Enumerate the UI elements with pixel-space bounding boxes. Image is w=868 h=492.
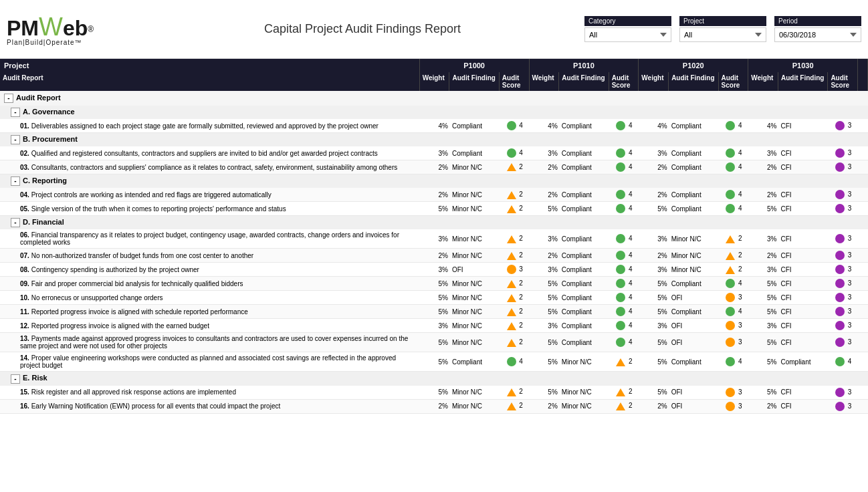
logo-eb: eb (63, 16, 88, 40)
p0-finding: Minor N/C (449, 305, 499, 319)
scroll-spacer (858, 277, 868, 291)
minor-nc-icon (507, 294, 516, 302)
p2-weight: 3% (639, 319, 669, 333)
minor-nc-icon (507, 163, 516, 171)
p3-weight: 3% (748, 229, 778, 249)
period-label: Period (774, 16, 861, 26)
compliant-icon (726, 357, 735, 366)
p1-weight: 5% (529, 202, 559, 216)
item-description: 05. Single version of the truth when it … (0, 202, 419, 216)
item-description: 09. Fair and proper commercial bid analy… (0, 277, 419, 291)
scroll-spacer (858, 188, 868, 202)
p3-finding: CFI (778, 263, 827, 277)
p2-weight: 2% (639, 188, 669, 202)
p2-finding: Compliant (669, 119, 718, 133)
p1-weight: 3% (529, 319, 559, 333)
compliant-icon (616, 204, 625, 213)
category-expand[interactable]: - (11, 176, 20, 186)
minor-nc-icon (507, 308, 516, 316)
p2-score: 3 (718, 386, 748, 400)
p1-weight: 2% (529, 399, 559, 413)
p3-score: 3 (828, 291, 858, 305)
logo-registered: ® (88, 25, 94, 34)
table-row: 14. Proper value engineering workshops w… (0, 352, 868, 372)
p0-finding: Minor N/C (449, 277, 499, 291)
p2-finding: OFI (669, 333, 718, 352)
p1-weight: 4% (529, 119, 559, 133)
p1-finding: Minor N/C (559, 386, 609, 400)
p3-finding: CFI (778, 319, 827, 333)
scrollbar-spacer (858, 59, 868, 72)
p0-weight: 5% (419, 386, 449, 400)
p0-score: 4 (499, 352, 529, 372)
category-filter: Category All (584, 16, 671, 42)
item-description: 12. Reported progress invoice is aligned… (0, 319, 419, 333)
p3-score: 4 (828, 352, 858, 372)
p0-finding: Minor N/C (449, 399, 499, 413)
p3-finding: CFI (778, 305, 827, 319)
category-label: -B. Procurement (0, 133, 868, 147)
category-label: -A. Governance (0, 106, 868, 119)
p2-score: 3 (718, 291, 748, 305)
p1-finding: Compliant (559, 146, 609, 160)
p0-weight: 5% (419, 305, 449, 319)
category-expand[interactable]: - (11, 218, 20, 227)
scroll-spacer (858, 146, 868, 160)
p2-finding: Minor N/C (669, 249, 718, 263)
p2-finding: OFI (669, 291, 718, 305)
p0-finding: Compliant (449, 146, 499, 160)
category-row: -D. Financial (0, 216, 868, 230)
category-expand[interactable]: - (11, 135, 20, 144)
table-row: 16. Early Warning Notification (EWN) pro… (0, 399, 868, 413)
p1-score: 2 (609, 399, 639, 413)
p2-weight: 4% (639, 119, 669, 133)
p1-weight: 5% (529, 291, 559, 305)
p3-weight: 4% (748, 119, 778, 133)
p2-weight: 5% (639, 202, 669, 216)
p0-weight: 4% (419, 119, 449, 133)
category-row: -B. Procurement (0, 133, 868, 147)
table-row: 05. Single version of the truth when it … (0, 202, 868, 216)
p3-weight: 5% (748, 333, 778, 352)
p0-weight: 2% (419, 399, 449, 413)
compliant-icon (616, 279, 625, 288)
p0-weight: 3% (419, 319, 449, 333)
compliant-icon (616, 251, 625, 260)
p1-score: 4 (609, 188, 639, 202)
category-expand[interactable]: - (11, 374, 20, 384)
ofi-icon (726, 321, 735, 330)
p0-weight: 3% (419, 146, 449, 160)
scroll-spacer (858, 263, 868, 277)
p2-weight: 5% (639, 352, 669, 372)
scroll-spacer (858, 249, 868, 263)
p3-weight: 3% (748, 146, 778, 160)
minor-nc-icon (726, 235, 735, 243)
p1-weight: 5% (529, 277, 559, 291)
period-select[interactable]: 06/30/2018 (774, 27, 861, 42)
section-expand[interactable]: - (4, 94, 13, 103)
table-row: 01. Deliverables assigned to each projec… (0, 119, 868, 133)
ofi-icon (507, 265, 516, 274)
p0-finding: Compliant (449, 119, 499, 133)
p0-weight: 5% (419, 333, 449, 352)
cfi-icon (835, 121, 845, 130)
col-p1030-finding: Audit Finding (778, 72, 827, 91)
p3-score: 3 (828, 319, 858, 333)
ofi-icon (726, 293, 735, 302)
logo: PMWeb® Plan|Build|Operate™ (7, 13, 140, 46)
p2-score: 4 (718, 305, 748, 319)
scrollbar-spacer2 (858, 72, 868, 91)
compliant-icon (726, 190, 735, 199)
minor-nc-icon (507, 280, 516, 288)
p2-finding: Minor N/C (669, 229, 718, 249)
p1-finding: Compliant (559, 291, 609, 305)
col-p1000-score: Audit Score (499, 72, 529, 91)
p3-score: 3 (828, 146, 858, 160)
scroll-spacer (858, 352, 868, 372)
compliant-icon (726, 279, 735, 288)
project-select[interactable]: All (679, 27, 766, 42)
category-select[interactable]: All (584, 27, 671, 42)
p2-weight: 5% (639, 305, 669, 319)
p3-weight: 2% (748, 399, 778, 413)
category-expand[interactable]: - (11, 108, 20, 117)
